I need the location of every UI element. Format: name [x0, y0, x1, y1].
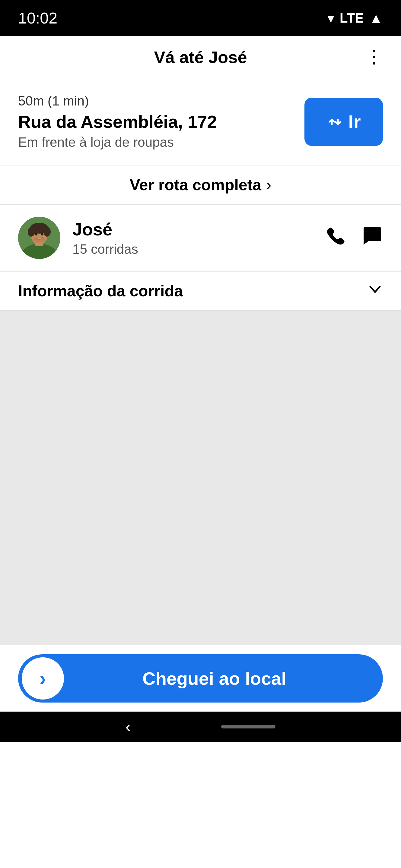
info-chevron-icon — [367, 281, 383, 301]
contact-section: José 15 corridas — [0, 205, 401, 272]
status-icons: ▾ LTE ▲ — [327, 10, 383, 26]
svg-point-11 — [33, 237, 45, 242]
nav-bar: ‹ — [0, 712, 401, 742]
go-button[interactable]: Ir — [305, 98, 383, 146]
lte-label: LTE — [340, 10, 364, 26]
arrive-button-circle: › — [22, 657, 64, 700]
location-section: 50m (1 min) Rua da Assembléia, 172 Em fr… — [0, 79, 401, 165]
phone-icon — [325, 225, 347, 246]
location-hint: Em frente à loja de roupas — [18, 135, 292, 150]
ride-info-label: Informação da corrida — [18, 282, 367, 300]
arrive-arrow-icon: › — [39, 667, 46, 689]
svg-point-8 — [41, 224, 47, 230]
more-menu-button[interactable]: ⋮ — [365, 48, 383, 66]
svg-point-7 — [32, 224, 38, 230]
header: Vá até José ⋮ — [0, 36, 401, 79]
chevron-down-icon — [367, 281, 383, 297]
svg-marker-13 — [364, 241, 368, 245]
avatar — [18, 217, 60, 259]
svg-rect-12 — [364, 227, 381, 241]
contact-name: José — [73, 219, 325, 239]
message-icon — [362, 225, 383, 246]
contact-info: José 15 corridas — [73, 219, 325, 257]
page-title: Vá até José — [154, 47, 247, 67]
route-section[interactable]: Ver rota completa › — [0, 165, 401, 205]
call-button[interactable] — [325, 225, 347, 251]
arrive-button-label: Cheguei ao local — [64, 668, 383, 689]
home-indicator[interactable] — [221, 725, 276, 728]
route-label: Ver rota completa — [130, 176, 261, 194]
avatar-image — [18, 217, 60, 259]
back-button[interactable]: ‹ — [125, 718, 131, 736]
go-button-label: Ir — [348, 111, 361, 132]
message-button[interactable] — [362, 225, 383, 251]
location-info: 50m (1 min) Rua da Assembléia, 172 Em fr… — [18, 93, 292, 150]
status-bar: 10:02 ▾ LTE ▲ — [0, 0, 401, 36]
bottom-bar: › Cheguei ao local — [0, 645, 401, 712]
route-chevron-icon: › — [266, 176, 271, 194]
ride-info-section[interactable]: Informação da corrida — [0, 272, 401, 311]
contact-actions — [325, 225, 383, 251]
status-time: 10:02 — [18, 9, 57, 27]
signal-icon: ▲ — [369, 10, 383, 26]
wifi-icon: ▾ — [327, 10, 334, 26]
svg-point-10 — [41, 233, 44, 236]
location-address: Rua da Assembléia, 172 — [18, 112, 292, 132]
route-arrows-icon — [326, 113, 343, 130]
svg-point-9 — [35, 233, 37, 236]
location-distance: 50m (1 min) — [18, 93, 292, 108]
map-area[interactable] — [0, 311, 401, 645]
arrive-button[interactable]: › Cheguei ao local — [18, 654, 383, 703]
contact-rides: 15 corridas — [73, 242, 325, 257]
